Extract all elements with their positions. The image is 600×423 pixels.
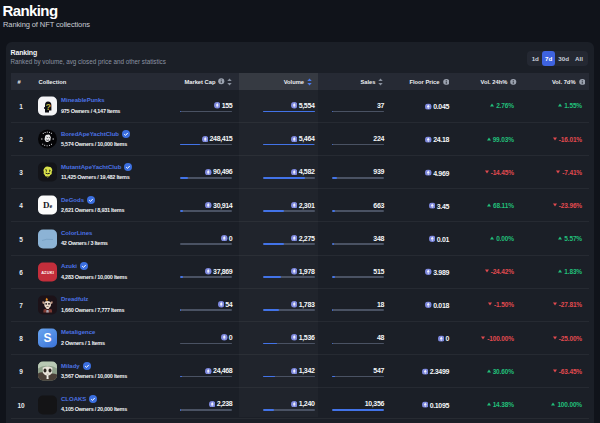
svg-text:?: ?: [46, 101, 52, 111]
